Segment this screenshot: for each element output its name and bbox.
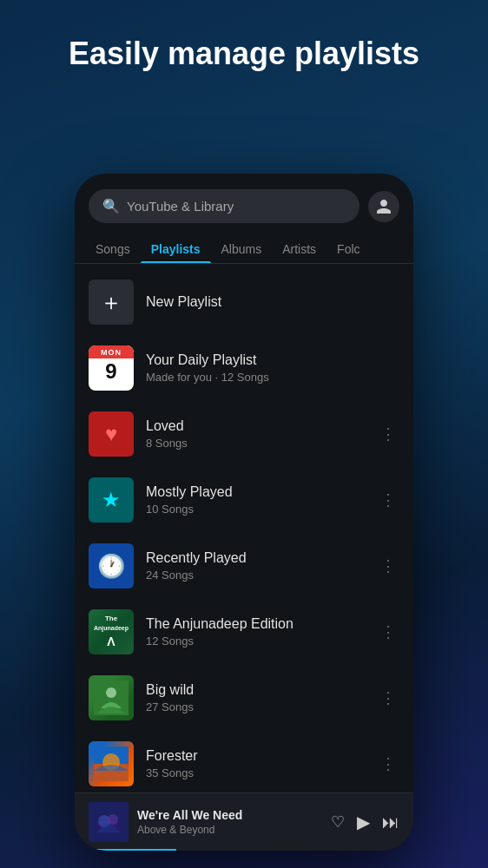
search-bar: 🔍 YouTube & Library [75,174,413,232]
calendar-day: 9 [105,361,116,382]
item-title: Recently Played [146,550,365,566]
search-placeholder: YouTube & Library [127,199,234,214]
mostly-played-icon: ★ [89,477,134,523]
now-playing-bar: We're All We Need Above & Beyond ♡ ▶ ⏭ [75,792,413,851]
now-playing-info: We're All We Need Above & Beyond [137,808,322,836]
item-title: Mostly Played [146,484,365,500]
bigwild-art-icon [89,675,134,720]
now-playing-artwork [89,802,129,842]
more-options-icon[interactable]: ⋮ [377,421,399,447]
more-options-icon[interactable]: ⋮ [377,553,399,579]
item-subtitle: Made for you · 12 Songs [146,371,399,384]
list-item[interactable]: The Anjunadeep Λ The Anjunadeep Edition … [75,599,413,665]
loved-icon: ♥ [89,411,134,457]
tab-albums[interactable]: Albums [211,235,273,263]
svg-point-1 [106,687,116,698]
tab-folc[interactable]: Folc [326,235,370,263]
calendar-month: MON [89,345,134,358]
item-info: Recently Played 24 Songs [146,550,365,582]
tab-songs[interactable]: Songs [85,235,141,263]
tab-artists[interactable]: Artists [272,235,326,263]
play-pause-button[interactable]: ▶ [357,812,370,832]
item-info: The Anjunadeep Edition 12 Songs [146,616,365,648]
item-info: New Playlist [146,294,399,310]
item-subtitle: 10 Songs [146,503,365,516]
svg-point-8 [108,814,118,825]
item-subtitle: 27 Songs [146,700,365,713]
recently-played-icon: 🕐 [89,543,134,589]
list-item[interactable]: Forester 35 Songs ⋮ [75,731,413,792]
more-options-icon[interactable]: ⋮ [377,487,399,513]
item-title: Your Daily Playlist [146,352,399,368]
item-info: Big wild 27 Songs [146,682,365,713]
more-options-icon[interactable]: ⋮ [377,619,399,645]
item-title: Forester [146,748,365,764]
list-item[interactable]: ♥ Loved 8 Songs ⋮ [75,401,413,467]
list-item[interactable]: ★ Mostly Played 10 Songs ⋮ [75,467,413,533]
search-input[interactable]: 🔍 YouTube & Library [89,189,359,223]
anjuna-art-icon: The Anjunadeep Λ [89,609,134,654]
item-info: Forester 35 Songs [146,748,365,779]
like-button[interactable]: ♡ [331,812,345,832]
more-options-icon[interactable]: ⋮ [377,751,399,777]
phone-frame: 🔍 YouTube & Library Songs Playlists Albu… [75,174,413,851]
item-subtitle: 35 Songs [146,766,365,779]
playlist-list: ＋ New Playlist MON 9 Your Daily Playlist… [75,264,413,792]
list-item[interactable]: ＋ New Playlist [75,269,413,335]
item-subtitle: 8 Songs [146,437,365,450]
progress-bar [75,849,176,851]
tab-bar: Songs Playlists Albums Artists Folc [75,232,413,264]
item-subtitle: 24 Songs [146,569,365,582]
profile-button[interactable] [368,191,399,222]
item-info: Mostly Played 10 Songs [146,484,365,516]
item-title: New Playlist [146,294,399,310]
now-playing-artist: Above & Beyond [137,824,322,836]
new-playlist-icon: ＋ [89,279,134,325]
now-playing-title: We're All We Need [137,808,322,822]
list-item[interactable]: MON 9 Your Daily Playlist Made for you ·… [75,335,413,401]
item-info: Your Daily Playlist Made for you · 12 So… [146,352,399,384]
item-title: Loved [146,418,365,434]
item-title: The Anjunadeep Edition [146,616,365,632]
more-options-icon[interactable]: ⋮ [377,685,399,711]
calendar-icon: MON 9 [89,345,134,391]
item-info: Loved 8 Songs [146,418,365,450]
search-icon: 🔍 [102,198,120,214]
page-title: Easily manage playlists [0,0,488,89]
list-item[interactable]: Big wild 27 Songs ⋮ [75,665,413,731]
skip-next-button[interactable]: ⏭ [382,812,399,832]
forester-art-icon [89,741,134,786]
playback-controls: ♡ ▶ ⏭ [331,812,399,832]
list-item[interactable]: 🕐 Recently Played 24 Songs ⋮ [75,533,413,599]
item-title: Big wild [146,682,365,698]
item-subtitle: 12 Songs [146,635,365,648]
tab-playlists[interactable]: Playlists [141,235,211,263]
